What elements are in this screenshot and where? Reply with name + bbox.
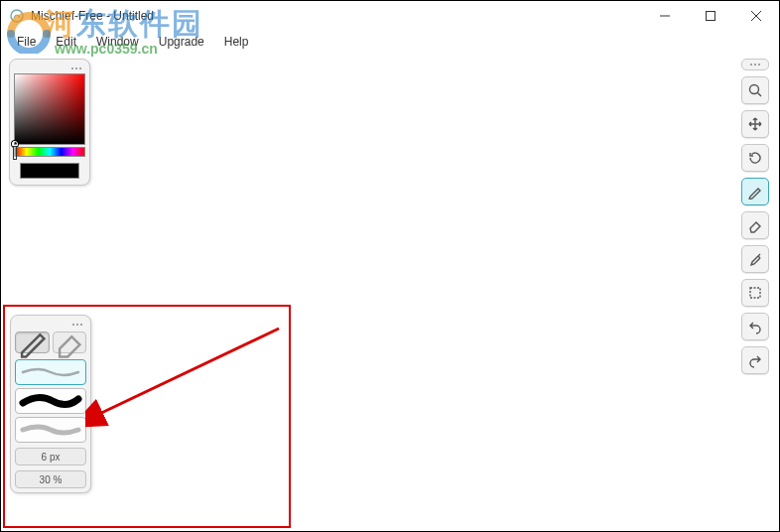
- brush-preset-3[interactable]: [15, 417, 86, 443]
- toolbar-grip[interactable]: [741, 59, 769, 70]
- app-icon: [9, 8, 25, 24]
- brush-preset-1[interactable]: [15, 359, 86, 385]
- menu-window[interactable]: Window: [88, 33, 147, 51]
- svg-line-6: [758, 93, 762, 97]
- minimize-button[interactable]: [642, 1, 688, 31]
- tools-toolbar: [739, 59, 771, 374]
- color-swatch[interactable]: [20, 163, 79, 179]
- titlebar-left: Mischief-Free - Untitled: [9, 8, 154, 24]
- close-button[interactable]: [733, 1, 779, 31]
- color-panel[interactable]: [9, 59, 90, 186]
- brush-icon: [747, 184, 763, 200]
- eyedropper-tool[interactable]: [741, 245, 769, 273]
- panel-grip[interactable]: [14, 64, 85, 73]
- undo-button[interactable]: [741, 313, 769, 340]
- menu-file[interactable]: File: [9, 33, 44, 51]
- rotate-icon: [747, 150, 763, 166]
- pencil-icon: [16, 327, 49, 359]
- svg-point-5: [750, 85, 759, 94]
- brush-panel[interactable]: 6 px 30 %: [10, 315, 91, 493]
- eraser-icon: [54, 327, 86, 359]
- brush-size-button[interactable]: 6 px: [15, 448, 86, 466]
- brush-tab[interactable]: [15, 332, 50, 353]
- window-title: Mischief-Free - Untitled: [31, 9, 154, 23]
- menubar: File Edit Window Upgrade Help: [1, 31, 779, 53]
- menu-upgrade[interactable]: Upgrade: [151, 33, 212, 51]
- tab-row: [15, 332, 86, 353]
- selection-tool[interactable]: [741, 279, 769, 307]
- rotate-tool[interactable]: [741, 144, 769, 172]
- menu-edit[interactable]: Edit: [48, 33, 84, 51]
- zoom-tool[interactable]: [741, 76, 769, 104]
- brush-tool[interactable]: [741, 178, 769, 205]
- hue-bar[interactable]: [14, 147, 85, 157]
- selection-icon: [747, 285, 763, 301]
- redo-icon: [747, 352, 763, 368]
- hue-cursor[interactable]: [13, 146, 17, 160]
- annotation-arrow: [85, 324, 284, 433]
- move-icon: [747, 116, 763, 132]
- menu-help[interactable]: Help: [216, 33, 257, 51]
- window-controls: [642, 1, 779, 31]
- brush-opacity-button[interactable]: 30 %: [15, 470, 86, 488]
- color-gradient[interactable]: [14, 73, 85, 145]
- eyedropper-icon: [747, 251, 763, 267]
- eraser-icon: [747, 217, 763, 233]
- svg-rect-2: [707, 12, 715, 21]
- pan-tool[interactable]: [741, 110, 769, 138]
- titlebar: Mischief-Free - Untitled: [1, 1, 779, 31]
- magnifier-icon: [747, 82, 763, 98]
- svg-point-0: [11, 10, 23, 22]
- svg-rect-7: [750, 288, 760, 298]
- redo-button[interactable]: [741, 346, 769, 374]
- eraser-tool[interactable]: [741, 211, 769, 239]
- svg-line-9: [97, 329, 279, 415]
- undo-icon: [747, 319, 763, 334]
- maximize-button[interactable]: [688, 1, 733, 31]
- brush-preset-2[interactable]: [15, 388, 86, 414]
- eraser-tab[interactable]: [53, 332, 87, 353]
